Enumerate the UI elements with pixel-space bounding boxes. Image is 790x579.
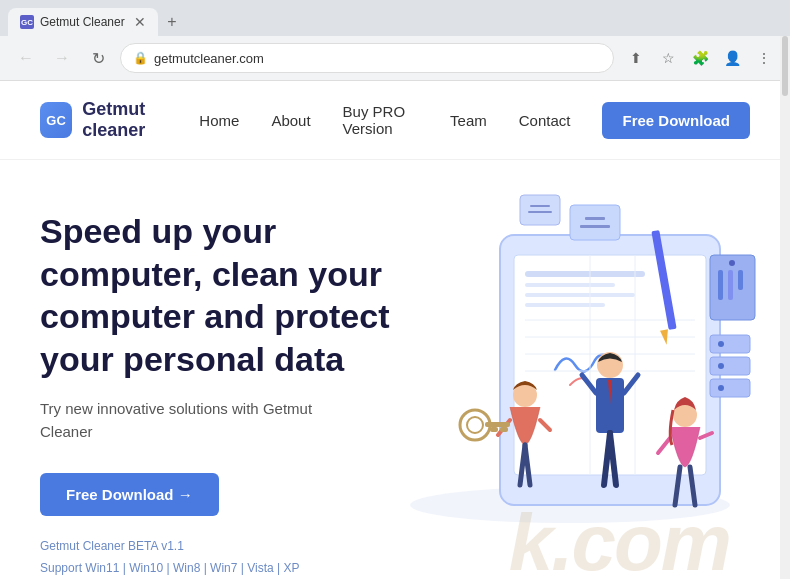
nav-buy-pro[interactable]: Buy PRO Version [343,103,419,137]
tab-close-button[interactable]: ✕ [134,15,146,29]
active-tab[interactable]: GC Getmut Cleaner ✕ [8,8,158,36]
logo-icon: GC [40,102,72,138]
url-text: getmutcleaner.com [154,51,601,66]
navbar-download-button[interactable]: Free Download [602,102,750,139]
refresh-button[interactable]: ↻ [84,44,112,72]
nav-links: Home About Buy PRO Version Team Contact [199,103,570,137]
hero-meta-version: Getmut Cleaner BETA v1.1 [40,536,750,558]
bookmark-icon[interactable]: ☆ [654,44,682,72]
scrollbar-track[interactable] [780,36,790,579]
hero-download-button[interactable]: Free Download → [40,473,219,516]
hero-meta-support: Support Win11 | Win10 | Win8 | Win7 | Vi… [40,558,750,579]
brand-name: Getmut cleaner [82,99,199,141]
hero-section: Speed up your computer, clean your compu… [0,160,790,579]
site-navbar: GC Getmut cleaner Home About Buy PRO Ver… [0,81,790,160]
menu-icon[interactable]: ⋮ [750,44,778,72]
new-tab-button[interactable]: + [158,8,186,36]
nav-team[interactable]: Team [450,112,487,129]
browser-chrome: GC Getmut Cleaner ✕ + ← → ↻ 🔒 getmutclea… [0,0,790,81]
profile-icon[interactable]: 👤 [718,44,746,72]
toolbar-icons: ⬆ ☆ 🧩 👤 ⋮ [622,44,778,72]
forward-button[interactable]: → [48,44,76,72]
nav-home[interactable]: Home [199,112,239,129]
extensions-icon[interactable]: 🧩 [686,44,714,72]
back-button[interactable]: ← [12,44,40,72]
url-bar[interactable]: 🔒 getmutcleaner.com [120,43,614,73]
tab-favicon: GC [20,15,34,29]
lock-icon: 🔒 [133,51,148,65]
nav-contact[interactable]: Contact [519,112,571,129]
scrollbar-thumb[interactable] [782,36,788,96]
hero-content: Speed up your computer, clean your compu… [40,200,750,579]
site-logo[interactable]: GC Getmut cleaner [40,99,199,141]
hero-subtitle: Try new innovative solutions with Getmut… [40,398,360,443]
hero-title: Speed up your computer, clean your compu… [40,210,410,380]
tab-title: Getmut Cleaner [40,15,128,29]
share-icon[interactable]: ⬆ [622,44,650,72]
nav-about[interactable]: About [271,112,310,129]
tab-bar: GC Getmut Cleaner ✕ + [0,0,790,36]
address-bar: ← → ↻ 🔒 getmutcleaner.com ⬆ ☆ 🧩 👤 ⋮ [0,36,790,80]
website-content: GC Getmut cleaner Home About Buy PRO Ver… [0,81,790,579]
hero-meta: Getmut Cleaner BETA v1.1 Support Win11 |… [40,536,750,579]
